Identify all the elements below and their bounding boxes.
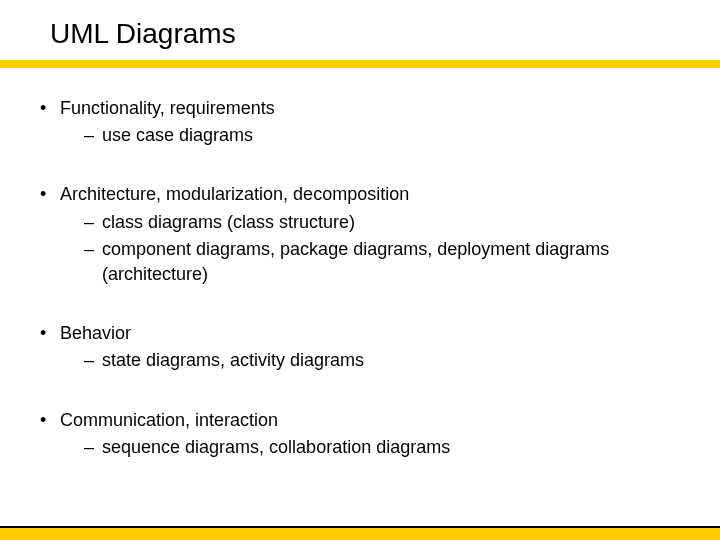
bullet-group: Functionality, requirements use case dia… (40, 96, 680, 148)
bullet-main: Communication, interaction (40, 408, 680, 433)
bullet-sub: component diagrams, package diagrams, de… (40, 237, 680, 287)
bullet-group: Architecture, modularization, decomposit… (40, 182, 680, 287)
divider-bottom (0, 528, 720, 540)
bullet-main: Architecture, modularization, decomposit… (40, 182, 680, 207)
slide-title: UML Diagrams (0, 0, 720, 60)
bullet-sub: sequence diagrams, collaboration diagram… (40, 435, 680, 460)
slide-container: UML Diagrams Functionality, requirements… (0, 0, 720, 540)
divider-top (0, 60, 720, 68)
bullet-sub: state diagrams, activity diagrams (40, 348, 680, 373)
bullet-group: Communication, interaction sequence diag… (40, 408, 680, 460)
bullet-sub: use case diagrams (40, 123, 680, 148)
slide-content: Functionality, requirements use case dia… (0, 68, 720, 460)
bullet-main: Functionality, requirements (40, 96, 680, 121)
bullet-sub: class diagrams (class structure) (40, 210, 680, 235)
bullet-group: Behavior state diagrams, activity diagra… (40, 321, 680, 373)
bullet-main: Behavior (40, 321, 680, 346)
